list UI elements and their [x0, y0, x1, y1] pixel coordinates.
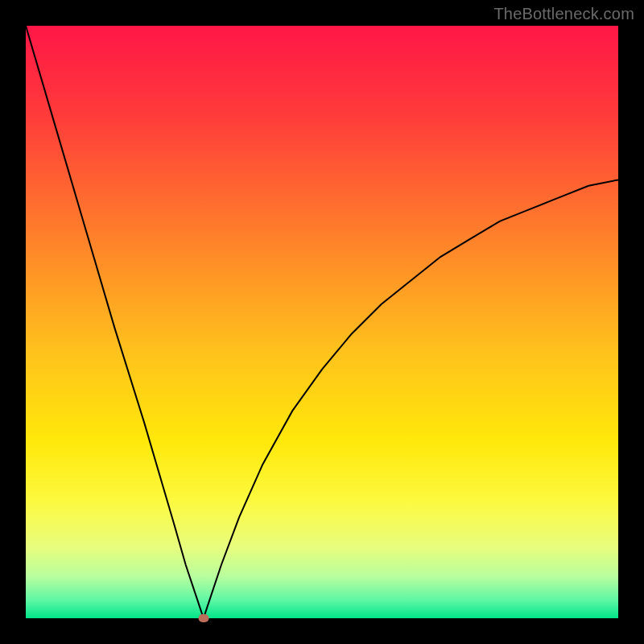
optimal-point-marker: [198, 614, 208, 622]
plot-area: [26, 26, 618, 618]
chart-frame: TheBottleneck.com: [0, 0, 644, 644]
watermark-text: TheBottleneck.com: [493, 5, 634, 23]
bottleneck-curve: [26, 26, 618, 618]
